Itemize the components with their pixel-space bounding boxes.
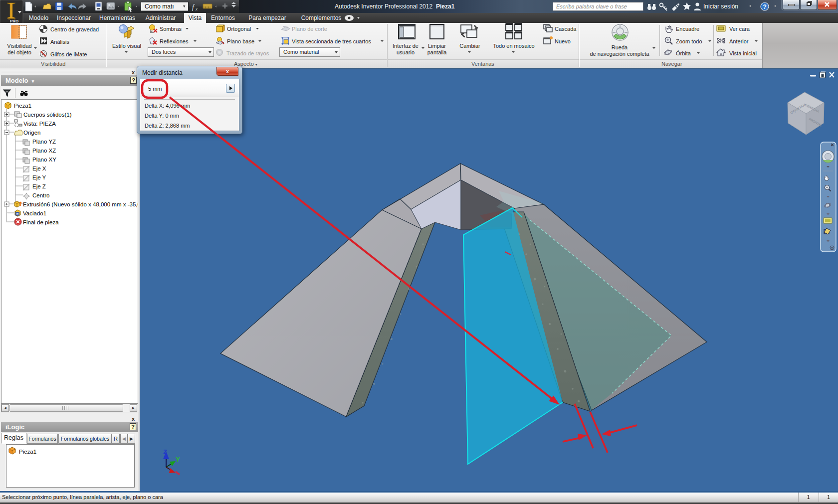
svg-text:?: ? bbox=[763, 3, 767, 10]
svg-text:Z: Z bbox=[163, 448, 167, 456]
svg-text:Como matı: Como matı bbox=[145, 3, 174, 10]
svg-text:x: x bbox=[195, 6, 198, 11]
svg-text:Iniciar sesión: Iniciar sesión bbox=[703, 3, 738, 10]
svg-text:Y: Y bbox=[176, 456, 180, 463]
svg-text:f: f bbox=[192, 3, 195, 11]
